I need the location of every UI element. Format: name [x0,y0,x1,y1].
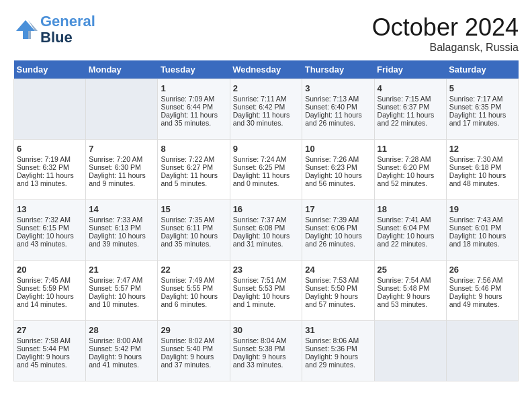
day-number: 5 [449,83,515,93]
sunset-text: Sunset: 6:32 PM [17,163,83,171]
daylight-text: Daylight: 9 hours and 49 minutes. [449,292,515,308]
sunrise-text: Sunrise: 7:19 AM [17,155,83,163]
day-number: 24 [305,265,371,275]
calendar-cell: 14Sunrise: 7:33 AMSunset: 6:13 PMDayligh… [86,200,158,261]
calendar-cell: 30Sunrise: 8:04 AMSunset: 5:38 PMDayligh… [230,321,302,381]
sunrise-text: Sunrise: 7:11 AM [233,95,300,103]
day-number: 25 [378,265,443,275]
calendar-cell: 28Sunrise: 8:00 AMSunset: 5:42 PMDayligh… [86,321,158,381]
sunrise-text: Sunrise: 8:02 AM [161,336,226,345]
calendar-cell: 1Sunrise: 7:09 AMSunset: 6:44 PMDaylight… [158,79,230,140]
day-number: 4 [378,83,443,93]
daylight-text: Daylight: 9 hours and 37 minutes. [161,353,226,369]
sunset-text: Sunset: 5:36 PM [305,345,371,353]
day-number: 23 [233,265,300,275]
daylight-text: Daylight: 10 hours and 52 minutes. [378,171,443,187]
sunrise-text: Sunrise: 7:43 AM [449,216,515,224]
calendar-week-row: 6Sunrise: 7:19 AMSunset: 6:32 PMDaylight… [14,140,519,200]
location: Balagansk, Russia [372,42,519,54]
sunrise-text: Sunrise: 7:30 AM [449,155,515,163]
day-number: 31 [305,325,371,335]
sunset-text: Sunset: 5:55 PM [161,284,226,292]
day-number: 1 [161,83,226,93]
calendar-cell: 20Sunrise: 7:45 AMSunset: 5:59 PMDayligh… [14,261,86,321]
sunrise-text: Sunrise: 7:53 AM [305,276,371,284]
calendar-cell: 22Sunrise: 7:49 AMSunset: 5:55 PMDayligh… [158,261,230,321]
sunrise-text: Sunrise: 7:15 AM [378,95,443,103]
daylight-text: Daylight: 11 hours and 22 minutes. [378,111,443,127]
sunrise-text: Sunrise: 7:32 AM [17,216,83,224]
sunset-text: Sunset: 5:44 PM [17,345,83,353]
calendar-week-row: 13Sunrise: 7:32 AMSunset: 6:15 PMDayligh… [14,200,519,261]
day-number: 21 [89,265,154,275]
sunrise-text: Sunrise: 7:56 AM [449,276,515,284]
sunset-text: Sunset: 6:18 PM [449,163,515,171]
day-number: 30 [233,325,300,335]
calendar-cell: 6Sunrise: 7:19 AMSunset: 6:32 PMDaylight… [14,140,86,200]
daylight-text: Daylight: 10 hours and 35 minutes. [161,232,226,248]
day-header-wednesday: Wednesday [230,60,302,79]
calendar-week-row: 27Sunrise: 7:58 AMSunset: 5:44 PMDayligh… [14,321,519,381]
sunset-text: Sunset: 6:04 PM [378,224,443,232]
svg-marker-0 [16,20,35,39]
day-number: 10 [305,144,371,154]
sunrise-text: Sunrise: 7:39 AM [305,216,371,224]
daylight-text: Daylight: 9 hours and 53 minutes. [378,292,443,308]
calendar-cell: 4Sunrise: 7:15 AMSunset: 6:37 PMDaylight… [374,79,446,140]
calendar-cell: 27Sunrise: 7:58 AMSunset: 5:44 PMDayligh… [14,321,86,381]
calendar-cell: 3Sunrise: 7:13 AMSunset: 6:40 PMDaylight… [302,79,374,140]
sunrise-text: Sunrise: 8:04 AM [233,336,300,345]
sunset-text: Sunset: 5:50 PM [305,284,371,292]
daylight-text: Daylight: 10 hours and 14 minutes. [17,292,83,308]
daylight-text: Daylight: 10 hours and 31 minutes. [233,232,300,248]
sunset-text: Sunset: 6:11 PM [161,224,226,232]
day-number: 15 [161,204,226,214]
day-number: 17 [305,204,371,214]
sunrise-text: Sunrise: 7:37 AM [233,216,300,224]
day-number: 9 [233,144,300,154]
day-number: 14 [89,204,154,214]
daylight-text: Daylight: 10 hours and 6 minutes. [161,292,226,308]
calendar-cell [14,79,86,140]
sunrise-text: Sunrise: 7:09 AM [161,95,226,103]
day-number: 7 [89,144,154,154]
calendar-week-row: 1Sunrise: 7:09 AMSunset: 6:44 PMDaylight… [14,79,519,140]
sunset-text: Sunset: 6:06 PM [305,224,371,232]
sunrise-text: Sunrise: 7:13 AM [305,95,371,103]
calendar-cell: 23Sunrise: 7:51 AMSunset: 5:53 PMDayligh… [230,261,302,321]
daylight-text: Daylight: 9 hours and 41 minutes. [89,353,154,369]
daylight-text: Daylight: 9 hours and 29 minutes. [305,353,371,369]
sunset-text: Sunset: 5:57 PM [89,284,154,292]
calendar-cell: 29Sunrise: 8:02 AMSunset: 5:40 PMDayligh… [158,321,230,381]
sunset-text: Sunset: 6:27 PM [161,163,226,171]
daylight-text: Daylight: 10 hours and 43 minutes. [17,232,83,248]
sunset-text: Sunset: 6:01 PM [449,224,515,232]
sunset-text: Sunset: 6:40 PM [305,103,371,111]
calendar-cell: 12Sunrise: 7:30 AMSunset: 6:18 PMDayligh… [446,140,518,200]
sunrise-text: Sunrise: 7:35 AM [161,216,226,224]
sunset-text: Sunset: 6:13 PM [89,224,154,232]
calendar-cell: 2Sunrise: 7:11 AMSunset: 6:42 PMDaylight… [230,79,302,140]
sunset-text: Sunset: 6:42 PM [233,103,300,111]
day-number: 29 [161,325,226,335]
day-number: 16 [233,204,300,214]
sunrise-text: Sunrise: 7:24 AM [233,155,300,163]
day-number: 27 [17,325,83,335]
calendar-cell: 31Sunrise: 8:06 AMSunset: 5:36 PMDayligh… [302,321,374,381]
day-header-thursday: Thursday [302,60,374,79]
sunrise-text: Sunrise: 7:41 AM [378,216,443,224]
day-header-tuesday: Tuesday [158,60,230,79]
daylight-text: Daylight: 10 hours and 26 minutes. [305,232,371,248]
day-number: 19 [449,204,515,214]
day-number: 12 [449,144,515,154]
daylight-text: Daylight: 11 hours and 35 minutes. [161,111,226,127]
daylight-text: Daylight: 11 hours and 0 minutes. [233,171,300,187]
sunrise-text: Sunrise: 7:49 AM [161,276,226,284]
sunset-text: Sunset: 6:37 PM [378,103,443,111]
day-number: 18 [378,204,443,214]
sunset-text: Sunset: 6:35 PM [449,103,515,111]
calendar-cell: 16Sunrise: 7:37 AMSunset: 6:08 PMDayligh… [230,200,302,261]
day-number: 2 [233,83,300,93]
calendar-table: SundayMondayTuesdayWednesdayThursdayFrid… [13,60,519,381]
sunrise-text: Sunrise: 8:06 AM [305,336,371,345]
